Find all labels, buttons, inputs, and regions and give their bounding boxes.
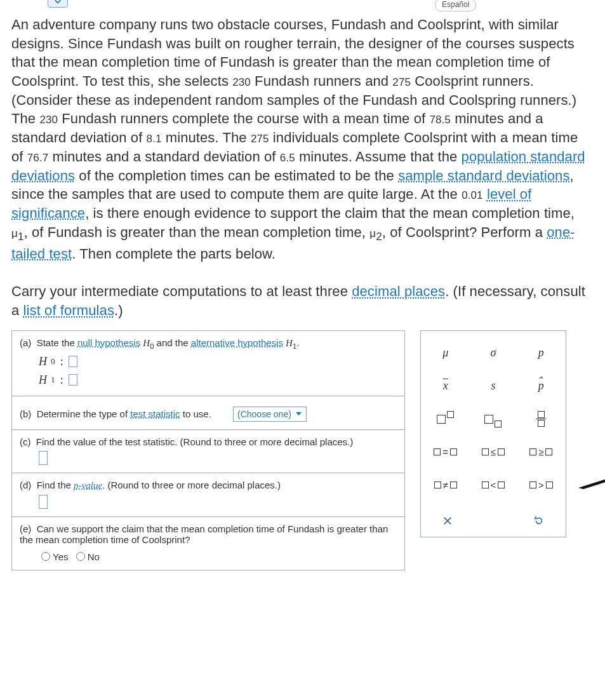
sym-sub[interactable] [475, 408, 512, 430]
clear-button[interactable] [434, 511, 462, 530]
sym-p[interactable]: p [522, 342, 559, 364]
sym-lt[interactable]: < [475, 475, 512, 496]
reset-button[interactable] [525, 511, 553, 530]
link-null-hyp[interactable]: null hypothesis [77, 337, 140, 348]
link-alt-hyp[interactable]: alternative hypothesis [191, 337, 283, 348]
questions-panel: (a) State the null hypothesis H0 and the… [11, 330, 405, 570]
link-samp-std[interactable]: sample standard deviations [398, 168, 569, 184]
part-c: (c) Find the value of the test statistic… [12, 429, 404, 473]
link-decimals[interactable]: decimal places [352, 283, 445, 299]
test-stat-select[interactable]: (Choose one) [233, 407, 307, 422]
part-b: (b) Determine the type of test statistic… [12, 396, 404, 429]
p-value-input[interactable] [39, 495, 48, 509]
link-formulas[interactable]: list of formulas [23, 302, 114, 318]
close-icon [442, 515, 453, 527]
radio-yes[interactable] [41, 552, 50, 561]
h0-input[interactable] [69, 356, 77, 367]
part-d: (d) Find the p-value. (Round to three or… [12, 473, 404, 516]
part-e: (e) Can we support the claim that the me… [12, 516, 404, 570]
link-pvalue[interactable]: p-value [74, 480, 102, 490]
sym-sigma[interactable]: σ [475, 342, 512, 364]
language-button[interactable]: Español [435, 0, 476, 11]
chevron-down-icon [295, 410, 302, 417]
symbol-palette: μ σ p x s ˆp = ≤ [420, 330, 566, 537]
sym-frac[interactable] [522, 408, 559, 430]
sym-s[interactable]: s [475, 375, 512, 397]
test-stat-value-input[interactable] [39, 451, 48, 465]
part-a: (a) State the null hypothesis H0 and the… [12, 331, 404, 396]
link-test-stat[interactable]: test statistic [130, 408, 180, 419]
sym-ge[interactable]: ≥ [522, 441, 559, 463]
problem-statement: An adventure company runs two obstacle c… [11, 15, 594, 320]
radio-no[interactable] [76, 552, 85, 561]
h1-input[interactable] [69, 374, 77, 386]
sym-mu[interactable]: μ [427, 342, 464, 364]
expand-chevron[interactable] [48, 0, 68, 8]
label-no: No [88, 551, 100, 562]
pen-icon [577, 476, 605, 489]
sym-le[interactable]: ≤ [475, 441, 512, 463]
sym-sup[interactable] [427, 408, 464, 430]
sym-xbar[interactable]: x [427, 375, 464, 397]
sym-ne[interactable]: ≠ [427, 475, 464, 496]
sym-eq[interactable]: = [427, 441, 464, 463]
undo-icon [533, 515, 545, 527]
sym-phat[interactable]: ˆp [522, 375, 559, 397]
sym-gt[interactable]: > [522, 475, 559, 496]
label-yes: Yes [53, 551, 68, 562]
